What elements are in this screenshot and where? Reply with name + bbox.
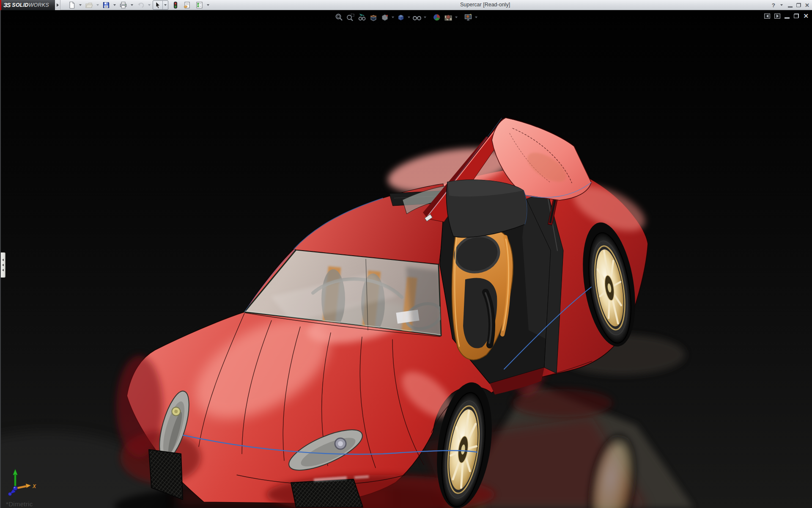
grille-center xyxy=(291,479,363,507)
view-settings-dropdown[interactable] xyxy=(475,17,477,18)
collapse-left-icon xyxy=(766,14,768,18)
minimize-document-button[interactable] xyxy=(785,17,790,19)
display-style-icon xyxy=(397,13,405,22)
select-tool-dropdown[interactable] xyxy=(162,1,168,9)
headsup-view-toolbar xyxy=(334,13,478,22)
roof xyxy=(294,184,461,264)
file-properties-icon xyxy=(183,1,191,9)
restore-window-button[interactable] xyxy=(796,3,801,7)
save-button[interactable] xyxy=(101,0,111,10)
edit-appearance-button[interactable] xyxy=(432,13,442,22)
open-button[interactable] xyxy=(84,0,94,10)
help-dropdown[interactable] xyxy=(780,4,783,6)
apply-scene-dropdown[interactable] xyxy=(455,17,458,18)
new-document-icon xyxy=(68,1,76,9)
expand-right-pane-button[interactable] xyxy=(774,14,780,19)
apply-scene-icon xyxy=(444,13,453,22)
display-style-dropdown[interactable] xyxy=(408,17,410,18)
options-button[interactable] xyxy=(194,0,205,10)
logo-text-bold: SOLID xyxy=(12,2,28,8)
hide-show-items-dropdown[interactable] xyxy=(424,17,426,18)
new-dropdown[interactable] xyxy=(79,4,82,6)
file-properties-button[interactable] xyxy=(182,0,192,10)
document-window-controls: ✕ xyxy=(764,13,809,19)
section-view-icon xyxy=(369,13,378,22)
close-document-button[interactable]: ✕ xyxy=(803,13,809,19)
titlebar: ЗS SOLIDWORKS xyxy=(0,0,812,10)
zoom-to-fit-button[interactable] xyxy=(334,13,344,22)
collapse-arrow-icon xyxy=(2,264,4,266)
section-view-button[interactable] xyxy=(368,13,379,22)
minimize-window-button[interactable] xyxy=(788,6,793,8)
options-icon xyxy=(195,1,203,9)
view-orientation-button[interactable] xyxy=(380,13,390,22)
options-dropdown[interactable] xyxy=(207,4,209,6)
solidworks-logo: ЗS SOLIDWORKS xyxy=(0,0,55,10)
logo-mark: ЗS xyxy=(3,2,10,8)
undo-icon xyxy=(137,1,145,9)
display-style-button[interactable] xyxy=(396,13,406,22)
zoom-to-area-icon xyxy=(346,13,355,22)
expand-right-icon xyxy=(776,14,779,18)
restore-document-button[interactable] xyxy=(794,14,799,18)
previous-view-button[interactable] xyxy=(357,13,367,22)
rebuild-traffic-light-icon xyxy=(173,1,178,9)
view-settings-button[interactable] xyxy=(463,13,473,22)
window-controls: ? ✕ xyxy=(772,0,809,10)
standard-toolbar xyxy=(67,0,211,10)
hide-show-items-button[interactable] xyxy=(412,13,422,22)
print-button[interactable] xyxy=(118,0,129,10)
close-window-button[interactable]: ✕ xyxy=(805,2,809,8)
new-document-button[interactable] xyxy=(67,0,77,10)
view-orientation-icon xyxy=(381,13,389,22)
save-dropdown[interactable] xyxy=(113,4,116,6)
logo-red-strip xyxy=(0,0,1,10)
expand-arrow-icon xyxy=(57,3,59,7)
view-orientation-dropdown[interactable] xyxy=(392,17,394,18)
solidworks-window: ✕ X *Dimetric ЗS SOLIDWORKS xyxy=(0,0,812,508)
3d-scene[interactable] xyxy=(0,10,812,508)
print-dropdown[interactable] xyxy=(131,4,133,6)
collapse-left-pane-button[interactable] xyxy=(764,14,770,19)
undo-dropdown[interactable] xyxy=(148,4,151,6)
feature-manager-collapsed-tab[interactable] xyxy=(1,252,5,278)
rebuild-button[interactable] xyxy=(172,0,179,10)
menu-expand-button[interactable] xyxy=(55,0,60,10)
apply-scene-button[interactable] xyxy=(443,13,453,22)
collapse-arrow-icon xyxy=(2,259,4,261)
edit-appearance-icon xyxy=(433,13,441,22)
triad-x-label: X xyxy=(32,483,36,489)
select-tool-button[interactable] xyxy=(153,0,168,10)
help-button[interactable]: ? xyxy=(772,2,775,8)
save-floppy-icon xyxy=(102,1,110,9)
undo-button[interactable] xyxy=(135,0,146,10)
previous-view-icon xyxy=(358,13,366,22)
hide-show-items-icon xyxy=(412,13,422,22)
print-icon xyxy=(119,1,127,9)
view-orientation-label: *Dimetric xyxy=(6,500,33,508)
window-title: Supercar [Read-only] xyxy=(460,2,510,8)
open-folder-icon xyxy=(85,1,93,9)
logo-text-light: WORKS xyxy=(29,2,49,8)
select-cursor-icon xyxy=(154,1,161,9)
zoom-to-area-button[interactable] xyxy=(346,13,356,22)
zoom-to-fit-icon xyxy=(335,13,343,22)
graphics-viewport[interactable]: ✕ X *Dimetric xyxy=(0,10,812,508)
view-settings-icon xyxy=(464,13,472,22)
collapse-arrow-icon xyxy=(2,269,4,271)
open-dropdown[interactable] xyxy=(96,4,99,6)
